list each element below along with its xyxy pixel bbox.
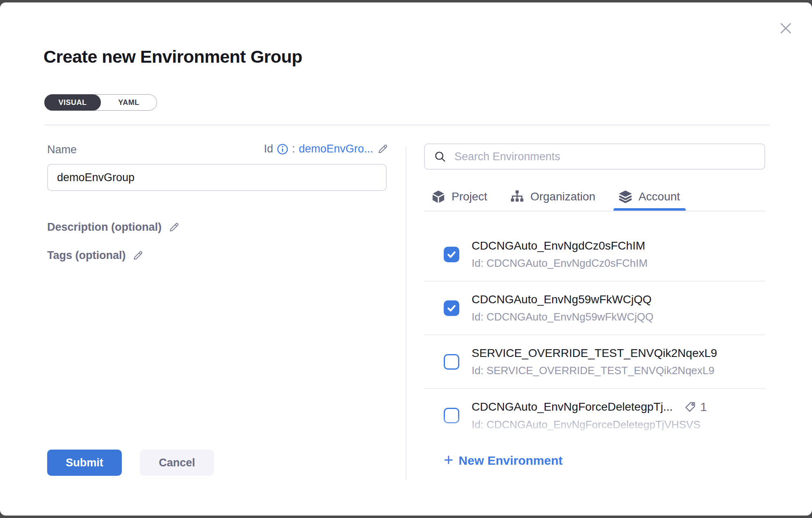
plus-icon: + [444,452,453,468]
environment-checkbox[interactable] [444,247,459,262]
environment-checkbox[interactable] [444,300,459,316]
environment-id: Id: CDCNGAuto_EnvNgForceDeletegpTjVHSVS [472,418,707,431]
yaml-toggle-button[interactable]: YAML [101,95,157,110]
cube-icon [431,190,445,204]
org-chart-icon [510,190,524,204]
environment-row[interactable]: CDCNGAuto_EnvNg59wFkWCjQQ Id: CDCNGAuto_… [424,282,765,335]
visual-yaml-toggle: VISUAL YAML [44,94,157,111]
tag-count: 1 [700,400,707,414]
tab-account-label: Account [639,190,680,203]
tags-label: Tags (optional) [47,249,125,262]
identifier-row: Id : demoEnvGro... [240,143,388,155]
environment-id: Id: CDCNGAuto_EnvNgdCz0sFChIM [472,257,648,270]
name-label: Name [47,143,77,156]
environment-row[interactable]: SERVICE_OVERRIDE_TEST_ENVQik2NqexL9 Id: … [424,335,765,389]
header-divider [44,125,770,125]
environment-checkbox[interactable] [444,354,459,370]
environment-id: Id: CDCNGAuto_EnvNg59wFkWCjQQ [472,311,654,323]
create-environment-group-dialog: Create new Environment Group VISUAL YAML… [0,2,812,516]
tab-account[interactable]: Account [618,182,680,211]
environment-row[interactable]: CDCNGAuto_EnvNgdCz0sFChIM Id: CDCNGAuto_… [424,228,765,282]
close-icon[interactable] [776,18,796,39]
environment-name: CDCNGAuto_EnvNg59wFkWCjQQ [472,293,652,306]
environment-row[interactable]: CDCNGAuto_EnvNgForceDeletegpTj... 1 Id: … [424,389,765,437]
new-environment-button[interactable]: + New Environment [444,453,563,468]
id-value-link[interactable]: demoEnvGro... [299,143,373,155]
visual-toggle-button[interactable]: VISUAL [44,94,101,111]
name-input[interactable] [47,164,387,191]
environment-name: CDCNGAuto_EnvNgdCz0sFChIM [472,239,645,252]
description-label: Description (optional) [47,221,162,234]
scope-tabs: Project Organization Account [424,182,765,211]
info-icon[interactable] [277,143,288,155]
id-colon: : [292,143,295,155]
tab-project[interactable]: Project [431,182,487,211]
layers-icon [618,190,632,204]
environment-name: CDCNGAuto_EnvNgForceDeletegpTj... [472,400,673,413]
environment-list: CDCNGAuto_EnvNgdCz0sFChIM Id: CDCNGAuto_… [424,211,765,437]
environment-checkbox[interactable] [444,408,459,423]
tab-organization-label: Organization [530,190,595,203]
cancel-button[interactable]: Cancel [140,450,214,476]
tag-count-badge: 1 [684,400,707,414]
environment-id: Id: SERVICE_OVERRIDE_TEST_ENVQik2NqexL9 [472,364,717,377]
dialog-title: Create new Environment Group [43,47,302,67]
environment-name: SERVICE_OVERRIDE_TEST_ENVQik2NqexL9 [472,347,717,360]
panel-divider [406,147,406,479]
search-icon [434,150,446,163]
id-label: Id [264,143,273,155]
tab-project-label: Project [452,190,487,203]
search-environments-box [424,143,765,170]
new-environment-label: New Environment [458,454,562,468]
search-environments-input[interactable] [454,150,764,164]
edit-id-icon[interactable] [377,143,388,155]
tag-icon [684,401,696,413]
tab-organization[interactable]: Organization [510,182,595,211]
edit-description-icon[interactable] [168,222,180,233]
submit-button[interactable]: Submit [47,450,122,476]
edit-tags-icon[interactable] [132,250,144,261]
